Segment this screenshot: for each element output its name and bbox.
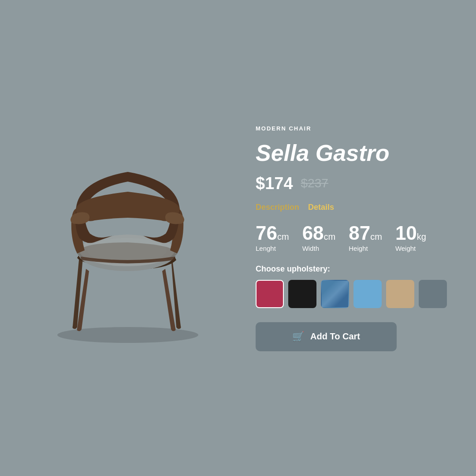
swatch-black[interactable] bbox=[288, 280, 316, 308]
cart-icon: 🛒 bbox=[292, 331, 304, 342]
upholstery-title: Choose upholstery: bbox=[256, 264, 450, 274]
spec-length-value: 76cm bbox=[256, 223, 289, 243]
product-card: MODERN CHAIR Sella Gastro $174 $237 Desc… bbox=[0, 0, 476, 476]
spec-weight-label: Weight bbox=[395, 245, 416, 252]
spec-length: 76cm Lenght bbox=[256, 223, 289, 252]
price-original: $237 bbox=[301, 176, 328, 190]
swatch-gray[interactable] bbox=[419, 280, 447, 308]
swatch-blue-pattern[interactable] bbox=[321, 280, 349, 308]
spec-height-value: 87cm bbox=[349, 223, 382, 243]
color-swatches bbox=[256, 280, 450, 308]
specs-row: 76cm Lenght 68cm Width 87cm Height 10kg … bbox=[256, 223, 450, 252]
add-to-cart-label: Add To Cart bbox=[310, 331, 360, 342]
chair-image bbox=[35, 128, 220, 348]
spec-weight: 10kg Weight bbox=[395, 223, 426, 252]
upholstery-section: Choose upholstery: bbox=[256, 264, 450, 308]
spec-height: 87cm Height bbox=[349, 223, 382, 252]
spec-length-label: Lenght bbox=[256, 245, 276, 252]
tab-details[interactable]: Details bbox=[308, 203, 334, 212]
product-info-section: MODERN CHAIR Sella Gastro $174 $237 Desc… bbox=[256, 125, 450, 351]
price-current: $174 bbox=[256, 174, 293, 193]
spec-height-label: Height bbox=[349, 245, 368, 252]
price-row: $174 $237 bbox=[256, 174, 450, 193]
add-to-cart-button[interactable]: 🛒 Add To Cart bbox=[256, 322, 397, 351]
swatch-beige[interactable] bbox=[386, 280, 414, 308]
product-name: Sella Gastro bbox=[256, 141, 450, 164]
product-image-section bbox=[26, 128, 229, 348]
tab-description[interactable]: Description bbox=[256, 203, 299, 212]
tabs-row: Description Details bbox=[256, 203, 450, 212]
spec-width-label: Width bbox=[302, 245, 319, 252]
spec-width-value: 68cm bbox=[302, 223, 336, 243]
swatch-red[interactable] bbox=[256, 280, 284, 308]
swatch-light-blue[interactable] bbox=[353, 280, 382, 308]
spec-width: 68cm Width bbox=[302, 223, 336, 252]
spec-weight-value: 10kg bbox=[395, 223, 426, 243]
product-category: MODERN CHAIR bbox=[256, 125, 450, 132]
